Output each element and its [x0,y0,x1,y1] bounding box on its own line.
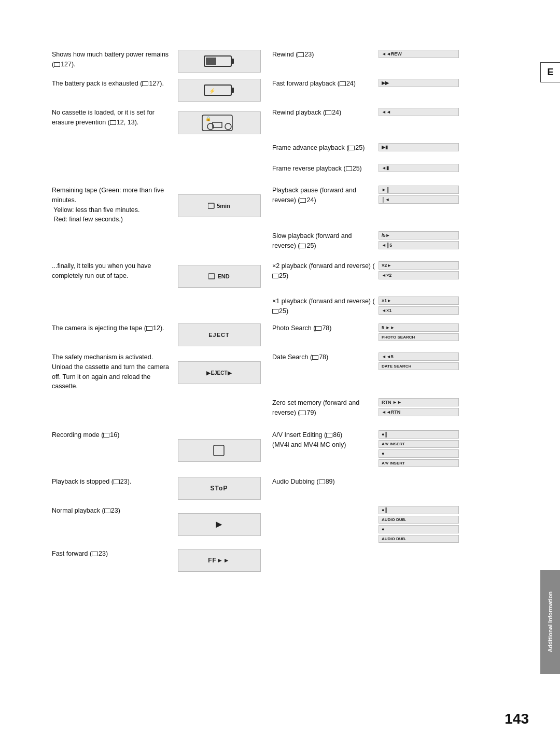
icon-recording-mode [171,430,267,471]
desc-normal-playback-right [267,506,376,543]
tag-x1-playback: ×1► ◄×1 [376,297,459,318]
tag-slow-playback: /5► ◄║5 [376,231,459,256]
desc-frame-advance-empty [52,143,171,160]
tag-date-search: ◄◄5 DATE SEARCH [376,352,459,393]
row-zero-set: Zero set memory (forward and reverse) (7… [52,396,513,427]
tag-audio-dub-stopped [376,477,459,500]
row-tape-end: ...finally, it tells you when you have c… [52,258,513,294]
tag-zero-set: RTN ►► ◄◄RTN [376,398,459,425]
tag-date-search-label2: DATE SEARCH [379,362,459,370]
icon-fast-forward: FF►► [171,549,267,572]
svg-rect-2 [206,58,216,65]
tag-slow-fwd: /5► [379,231,459,239]
icon-remaining-tape-display: 5min [178,194,261,217]
icon-ejecting: EJECT [171,323,267,346]
icon-stop-display: SToP [178,477,261,500]
icon-battery-display [178,50,261,73]
svg-rect-13 [214,445,224,456]
page-container: E Additional Information Shows how much … [0,0,560,748]
desc-frame-advance: Frame advance playback (25) [267,143,376,160]
row-frame-advance: Frame advance playback (25) ▶▮ [52,141,513,162]
desc-ff-right-empty [267,549,376,572]
tab-e-label: E [547,67,553,78]
tag-x1-rev: ◄×1 [379,306,459,315]
desc-recording-mode: Recording mode (16) [52,430,171,471]
tag-ff-playback-label: ▶▶ [379,79,459,87]
page-number: 143 [505,711,529,727]
row-no-cassette: No cassette is loaded, or it is set for … [52,105,513,141]
desc-battery-power: Shows how much battery power remains (12… [52,50,171,73]
tag-x2-playback: ×2► ◄×2 [376,261,459,291]
icon-recording-mode-display [178,439,261,462]
svg-text:⚡: ⚡ [209,88,216,94]
icon-normal-playback: ► [171,506,267,543]
tag-av-insert-4: A/V INSERT [379,459,459,467]
main-content: Shows how much battery power remains (12… [21,31,539,727]
tag-frame-reverse-label: ◄▮ [379,164,459,172]
desc-fast-forward: Fast forward (23) [52,549,171,572]
desc-rewind-playback: Rewind playback (24) [267,108,376,138]
tag-ff-empty [376,549,459,572]
svg-rect-11 [208,203,214,208]
svg-point-8 [225,123,231,130]
desc-playback-stopped: Playback is stopped (23). [52,477,171,500]
row-frame-reverse: Frame reverse playback (25) ◄▮ [52,162,513,182]
svg-rect-12 [208,274,215,279]
row-x1-playback: ×1 playback (forward and reverse) (25) ×… [52,294,513,320]
icon-tape-end-display: END [178,265,261,288]
tag-audio-dub-4: AUDIO DUB. [379,535,459,543]
tag-x1-fwd: ×1► [379,297,459,305]
desc-battery-exhausted: The battery pack is exhausted (127). [52,79,171,102]
tag-x2-rev: ◄×2 [379,271,459,279]
row-battery-power: Shows how much battery power remains (12… [52,47,513,76]
desc-audio-dub: Audio Dubbing (89) [267,477,376,500]
desc-tape-end: ...finally, it tells you when you have c… [52,261,171,291]
icon-playback-stopped: SToP [171,477,267,500]
row-recording-mode: Recording mode (16) A/V Insert Editing (… [52,427,513,474]
tag-rtn-rev: ◄◄RTN [379,408,459,416]
tag-date-search-label1: ◄◄5 [379,352,459,361]
icon-frame-reverse-empty [171,164,267,180]
icon-x1-empty [171,297,267,318]
tag-frame-advance: ▶▮ [376,143,459,160]
desc-x1-empty [52,297,171,318]
icon-ff-display: FF►► [178,549,261,572]
tag-ff-playback: ▶▶ [376,79,459,102]
desc-normal-playback: Normal playback (23) [52,506,171,543]
tag-rewind: ◄◄REW [376,50,459,73]
additional-info-label: Additional Information [547,591,554,652]
tag-frame-advance-label: ▶▮ [379,143,459,151]
icon-battery-exhausted: ⚡ [171,79,267,102]
tag-audio-dub-3: ● [379,525,459,533]
row-safety: The safety mechanism is activated. Unloa… [52,349,513,396]
additional-info-tab: Additional Information [540,570,560,674]
tag-av-insert: ●║ A/V INSERT ● A/V INSERT [376,430,459,471]
row-ejecting: The camera is ejecting the tape (12). EJ… [52,320,513,349]
tag-rewind-playback: ◄◄ [376,108,459,138]
tab-e: E [540,62,560,82]
page-number-label: 143 [505,711,529,727]
icon-tape-end: END [171,261,267,291]
row-playback-stopped: Playback is stopped (23). SToP Audio Dub… [52,474,513,503]
tag-av-insert-2: A/V INSERT [379,440,459,448]
desc-ff-playback: Fast forward playback (24) [267,79,376,102]
tag-rewind-label: ◄◄REW [379,50,459,58]
desc-slow-empty [52,231,171,256]
svg-rect-4 [231,88,234,93]
row-fast-forward: Fast forward (23) FF►► [52,546,513,575]
tag-slow-rev: ◄║5 [379,241,459,249]
icon-frame-advance-empty [171,143,267,160]
icon-ejecting-display: EJECT [178,323,261,346]
tag-playback-pause: ►║ ║◄ [376,186,459,226]
svg-rect-3 [204,85,231,95]
row-battery-exhausted: The battery pack is exhausted (127). ⚡ F… [52,76,513,105]
icon-no-cassette: 🔒 [171,108,267,138]
desc-frame-reverse-empty [52,164,171,180]
tag-rewind-playback-label: ◄◄ [379,108,459,116]
desc-playback-pause: Playback pause (forward and reverse) (24… [267,186,376,226]
row-slow-playback: Slow playback (forward and reverse) (25)… [52,229,513,258]
tag-frame-reverse: ◄▮ [376,164,459,180]
desc-rewind: Rewind (23) [267,50,376,73]
tag-playback-pause-fwd: ►║ [379,186,459,194]
tag-photo-search-label1: 5 ►► [379,323,459,332]
